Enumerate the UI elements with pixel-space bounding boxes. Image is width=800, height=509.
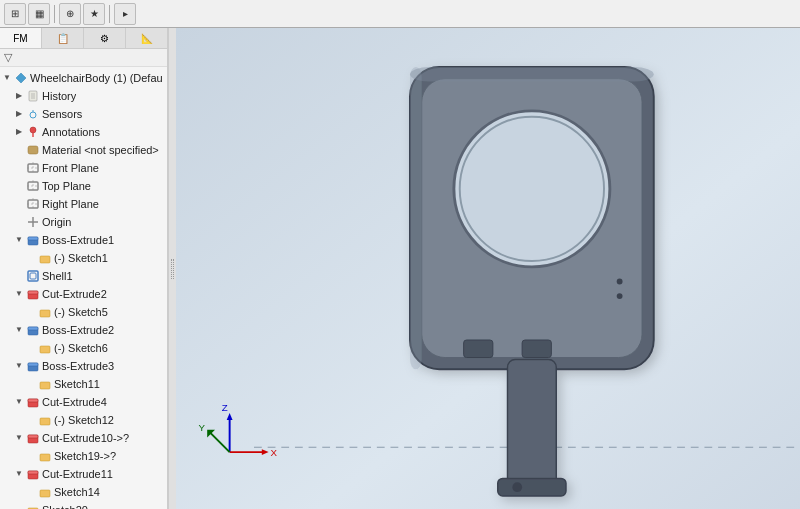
tree-label-cut-extrude2: Cut-Extrude2 — [42, 286, 107, 302]
tree-label-sketch14: Sketch14 — [54, 484, 100, 500]
main-area: FM 📋 ⚙ 📐 ▽ ▼WheelchairBody (1) (Defau▶Hi… — [0, 28, 800, 509]
svg-point-60 — [617, 293, 623, 299]
expand-icon-shell1 — [14, 271, 24, 281]
svg-rect-64 — [410, 67, 654, 82]
play-button[interactable]: ▸ — [114, 3, 136, 25]
svg-rect-23 — [40, 256, 50, 263]
svg-point-55 — [454, 111, 610, 267]
tree-item-shell1[interactable]: Shell1 — [0, 267, 167, 285]
expand-icon-top-plane — [14, 181, 24, 191]
item-icon-sketch20 — [26, 503, 40, 509]
3d-viewport[interactable]: X Z Y — [176, 28, 800, 509]
expand-icon-sensors: ▶ — [14, 109, 24, 119]
tree-item-sketch14[interactable]: Sketch14 — [0, 483, 167, 501]
tree-item-material[interactable]: Material <not specified> — [0, 141, 167, 159]
svg-rect-42 — [28, 471, 38, 474]
svg-marker-0 — [16, 73, 26, 83]
tree-item-boss-extrude1[interactable]: ▼Boss-Extrude1 — [0, 231, 167, 249]
filter-icon: ▽ — [4, 51, 12, 64]
tab-feature-manager[interactable]: FM — [0, 28, 42, 48]
svg-point-5 — [30, 112, 36, 118]
svg-rect-22 — [28, 237, 38, 240]
tree-item-root[interactable]: ▼WheelchairBody (1) (Defau — [0, 69, 167, 87]
item-icon-cut-extrude2 — [26, 287, 40, 301]
item-icon-sketch5 — [38, 305, 52, 319]
expand-icon-sketch11 — [26, 379, 36, 389]
tree-label-sketch11: Sketch11 — [54, 376, 100, 392]
favorites-button[interactable]: ★ — [83, 3, 105, 25]
expand-icon-sketch12 — [26, 415, 36, 425]
tab-dim-expert[interactable]: 📐 — [126, 28, 167, 48]
tree-label-boss-extrude2: Boss-Extrude2 — [42, 322, 114, 338]
expand-icon-sketch20 — [14, 505, 24, 509]
svg-rect-27 — [28, 291, 38, 294]
item-icon-sketch19 — [38, 449, 52, 463]
item-icon-boss-extrude1 — [26, 233, 40, 247]
svg-rect-30 — [28, 327, 38, 330]
tree-label-root: WheelchairBody (1) (Defau — [30, 70, 163, 86]
tree-label-right-plane: Right Plane — [42, 196, 99, 212]
svg-rect-40 — [40, 454, 50, 461]
item-icon-right-plane — [26, 197, 40, 211]
item-icon-sketch14 — [38, 485, 52, 499]
tree-label-cut-extrude10: Cut-Extrude10->? — [42, 430, 129, 446]
tree-label-sketch12: (-) Sketch12 — [54, 412, 114, 428]
add-button[interactable]: ⊕ — [59, 3, 81, 25]
tree-item-sketch12[interactable]: (-) Sketch12 — [0, 411, 167, 429]
grid-button[interactable]: ⊞ — [4, 3, 26, 25]
tree-item-right-plane[interactable]: Right Plane — [0, 195, 167, 213]
svg-rect-57 — [464, 340, 493, 358]
tree-item-cut-extrude2[interactable]: ▼Cut-Extrude2 — [0, 285, 167, 303]
svg-rect-9 — [28, 146, 38, 154]
expand-icon-sketch6 — [26, 343, 36, 353]
tree-item-origin[interactable]: Origin — [0, 213, 167, 231]
item-icon-sketch11 — [38, 377, 52, 391]
svg-rect-28 — [40, 310, 50, 317]
tree-item-boss-extrude2[interactable]: ▼Boss-Extrude2 — [0, 321, 167, 339]
svg-text:X: X — [271, 447, 278, 458]
item-icon-top-plane — [26, 179, 40, 193]
item-icon-annotations — [26, 125, 40, 139]
expand-icon-sketch14 — [26, 487, 36, 497]
tree-item-boss-extrude3[interactable]: ▼Boss-Extrude3 — [0, 357, 167, 375]
expand-icon-sketch5 — [26, 307, 36, 317]
tree-label-sketch1: (-) Sketch1 — [54, 250, 108, 266]
tree-label-cut-extrude11: Cut-Extrude11 — [42, 466, 113, 482]
expand-icon-root: ▼ — [2, 73, 12, 83]
tree-item-cut-extrude10[interactable]: ▼Cut-Extrude10->? — [0, 429, 167, 447]
panel-resize-handle[interactable] — [168, 28, 176, 509]
expand-icon-cut-extrude2: ▼ — [14, 289, 24, 299]
tree-item-sketch11[interactable]: Sketch11 — [0, 375, 167, 393]
tree-item-sketch1[interactable]: (-) Sketch1 — [0, 249, 167, 267]
tab-config[interactable]: ⚙ — [84, 28, 126, 48]
item-icon-front-plane — [26, 161, 40, 175]
tree-item-front-plane[interactable]: Front Plane — [0, 159, 167, 177]
tree-item-history[interactable]: ▶History — [0, 87, 167, 105]
tree-item-cut-extrude4[interactable]: ▼Cut-Extrude4 — [0, 393, 167, 411]
item-icon-boss-extrude2 — [26, 323, 40, 337]
tree-item-sketch6[interactable]: (-) Sketch6 — [0, 339, 167, 357]
expand-icon-origin — [14, 217, 24, 227]
tab-property[interactable]: 📋 — [42, 28, 84, 48]
expand-icon-cut-extrude10: ▼ — [14, 433, 24, 443]
tree-item-sketch19[interactable]: Sketch19->? — [0, 447, 167, 465]
item-icon-material — [26, 143, 40, 157]
tree-item-sensors[interactable]: ▶Sensors — [0, 105, 167, 123]
svg-point-59 — [617, 279, 623, 285]
expand-icon-history: ▶ — [14, 91, 24, 101]
tree-label-annotations: Annotations — [42, 124, 100, 140]
view-button[interactable]: ▦ — [28, 3, 50, 25]
svg-rect-62 — [498, 478, 566, 496]
svg-rect-43 — [40, 490, 50, 497]
expand-icon-boss-extrude2: ▼ — [14, 325, 24, 335]
svg-rect-39 — [28, 435, 38, 438]
tree-label-material: Material <not specified> — [42, 142, 159, 158]
tree-item-cut-extrude11[interactable]: ▼Cut-Extrude11 — [0, 465, 167, 483]
tree-item-top-plane[interactable]: Top Plane — [0, 177, 167, 195]
tree-item-annotations[interactable]: ▶Annotations — [0, 123, 167, 141]
expand-icon-boss-extrude1: ▼ — [14, 235, 24, 245]
tree-item-sketch20[interactable]: Sketch20 — [0, 501, 167, 509]
feature-tree-panel: FM 📋 ⚙ 📐 ▽ ▼WheelchairBody (1) (Defau▶Hi… — [0, 28, 168, 509]
tree-label-sketch5: (-) Sketch5 — [54, 304, 108, 320]
tree-item-sketch5[interactable]: (-) Sketch5 — [0, 303, 167, 321]
